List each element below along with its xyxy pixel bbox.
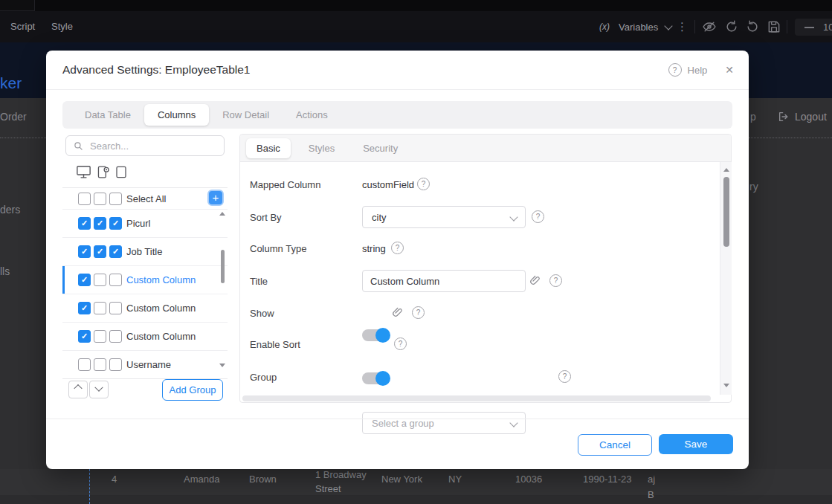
zoom-control[interactable]: 10 (795, 19, 832, 36)
undo-button[interactable] (724, 19, 739, 34)
mobile-visibility-checkbox[interactable]: ✓ (94, 245, 106, 258)
tablet-visibility-checkbox[interactable]: ✓ (109, 330, 122, 343)
mobile-icon (97, 165, 110, 179)
variables-dropdown[interactable]: (x) Variables (599, 11, 671, 42)
tab-columns[interactable]: Columns (144, 104, 209, 126)
scroll-up-icon[interactable] (723, 168, 729, 172)
select-all-row[interactable]: ✓ ✓ ✓ Select All + (62, 188, 228, 209)
column-search[interactable] (65, 135, 225, 156)
close-icon[interactable]: ✕ (725, 64, 734, 76)
modal-title: Advanced Settings: EmployeeTable1 (62, 51, 250, 88)
column-row-custom-column[interactable]: ✓ ✓ ✓ Custom Column (62, 294, 228, 322)
tab-script[interactable]: Script (10, 11, 35, 42)
tablet-visibility-checkbox[interactable]: ✓ (109, 217, 122, 230)
desktop-visibility-checkbox[interactable]: ✓ (78, 274, 91, 286)
column-type-help-icon[interactable]: ? (391, 242, 404, 254)
cancel-button[interactable]: Cancel (578, 434, 652, 456)
move-column-up-button[interactable] (68, 381, 88, 398)
nav-item-orders[interactable]: ders (0, 204, 20, 216)
toolbar-divider (694, 20, 695, 33)
eye-off-icon (702, 19, 717, 34)
hide-preview-button[interactable] (702, 19, 717, 34)
show-toggle[interactable] (362, 329, 389, 341)
more-options-button[interactable]: ⋮ (677, 11, 688, 42)
desktop-visibility-checkbox[interactable]: ✓ (78, 330, 91, 343)
mapped-column-help-icon[interactable]: ? (417, 178, 430, 190)
list-scrollbar-thumb[interactable] (221, 250, 225, 283)
show-label: Show (250, 308, 274, 319)
select-all-desktop-checkbox[interactable]: ✓ (78, 193, 91, 205)
logout-icon (778, 111, 790, 123)
builder-toolbar: Script Style (x) Variables ⋮ (0, 0, 832, 42)
help-question-icon[interactable]: ? (668, 63, 682, 77)
columns-list-panel: ✓ ✓ ✓ Select All + ✓ ✓ ✓ Picurl ✓ ✓ ✓ Jo… (62, 134, 228, 403)
tab-style[interactable]: Style (51, 11, 73, 42)
save-app-button[interactable] (767, 19, 781, 34)
nav-item-bottom-right[interactable]: ry (749, 181, 758, 193)
chevron-down-icon (94, 384, 103, 392)
title-help-icon[interactable]: ? (549, 274, 562, 287)
column-row-job-title[interactable]: ✓ ✓ ✓ Job Title (62, 237, 228, 265)
help-link[interactable]: Help (688, 65, 708, 76)
title-binding-link-icon[interactable] (529, 274, 541, 286)
scroll-down-icon[interactable] (723, 384, 729, 387)
show-help-icon[interactable]: ? (412, 306, 425, 319)
add-group-button[interactable]: Add Group (162, 379, 223, 401)
column-row-custom-column-selected[interactable]: ✓ ✓ ✓ Custom Column (62, 265, 228, 294)
sort-by-help-icon[interactable]: ? (532, 210, 544, 223)
tablet-visibility-checkbox[interactable]: ✓ (109, 302, 122, 314)
sort-by-select[interactable]: city (362, 206, 526, 228)
tablet-visibility-checkbox[interactable]: ✓ (109, 358, 122, 371)
column-row-picurl[interactable]: ✓ ✓ ✓ Picurl (62, 209, 228, 237)
settings-horizontal-scrollbar[interactable] (242, 395, 711, 401)
toolbar-tab-stub[interactable] (0, 0, 35, 11)
zoom-out-icon[interactable] (804, 27, 814, 28)
kebab-icon: ⋮ (677, 20, 688, 33)
mobile-visibility-checkbox[interactable]: ✓ (94, 358, 106, 371)
column-row-username[interactable]: ✓ ✓ ✓ Username (62, 350, 228, 378)
add-column-button[interactable]: + (207, 190, 224, 206)
logout-button[interactable]: Logout (778, 111, 827, 123)
group-select[interactable]: Select a group (362, 412, 526, 434)
tab-row-detail[interactable]: Row Detail (209, 101, 283, 129)
tab-basic[interactable]: Basic (246, 138, 291, 158)
tablet-visibility-checkbox[interactable]: ✓ (109, 245, 122, 258)
nav-item-top-right[interactable]: p (750, 111, 756, 123)
tablet-visibility-checkbox[interactable]: ✓ (109, 274, 122, 286)
list-scroll-up-icon[interactable] (219, 212, 225, 216)
nav-item-calls[interactable]: lls (0, 265, 10, 277)
toggle-knob (375, 328, 390, 343)
title-input[interactable] (362, 270, 526, 292)
save-button[interactable]: Save (659, 434, 733, 454)
desktop-visibility-checkbox[interactable]: ✓ (78, 302, 91, 314)
select-all-tablet-checkbox[interactable]: ✓ (109, 193, 122, 205)
tab-actions[interactable]: Actions (283, 101, 341, 129)
select-all-mobile-checkbox[interactable]: ✓ (94, 193, 106, 205)
mobile-visibility-checkbox[interactable]: ✓ (94, 330, 106, 343)
enable-sort-help-icon[interactable]: ? (394, 337, 407, 350)
settings-vertical-scrollbar[interactable] (720, 162, 732, 395)
show-binding-link-icon[interactable] (391, 306, 403, 318)
list-scroll-down-icon[interactable] (219, 364, 225, 367)
group-help-icon[interactable]: ? (558, 370, 571, 383)
mobile-visibility-checkbox[interactable]: ✓ (94, 217, 106, 230)
desktop-visibility-checkbox[interactable]: ✓ (78, 358, 91, 371)
table-cell-row-number: 4 (112, 474, 117, 485)
mobile-visibility-checkbox[interactable]: ✓ (94, 274, 106, 286)
check-icon: ✓ (81, 248, 88, 256)
nav-item-order[interactable]: Order (0, 111, 27, 123)
tab-styles[interactable]: Styles (298, 135, 345, 162)
check-icon: ✓ (81, 332, 88, 340)
tab-security[interactable]: Security (352, 135, 408, 162)
search-input[interactable] (88, 140, 203, 152)
column-row-custom-column[interactable]: ✓ ✓ ✓ Custom Column (62, 322, 228, 350)
scrollbar-thumb[interactable] (723, 177, 729, 247)
desktop-visibility-checkbox[interactable]: ✓ (78, 217, 91, 230)
move-column-down-button[interactable] (89, 381, 109, 398)
mobile-visibility-checkbox[interactable]: ✓ (94, 302, 106, 314)
tablet-icon (115, 165, 127, 179)
tab-data-table[interactable]: Data Table (71, 101, 144, 129)
enable-sort-toggle[interactable] (362, 372, 389, 384)
redo-button[interactable] (745, 19, 760, 34)
desktop-visibility-checkbox[interactable]: ✓ (78, 245, 91, 258)
